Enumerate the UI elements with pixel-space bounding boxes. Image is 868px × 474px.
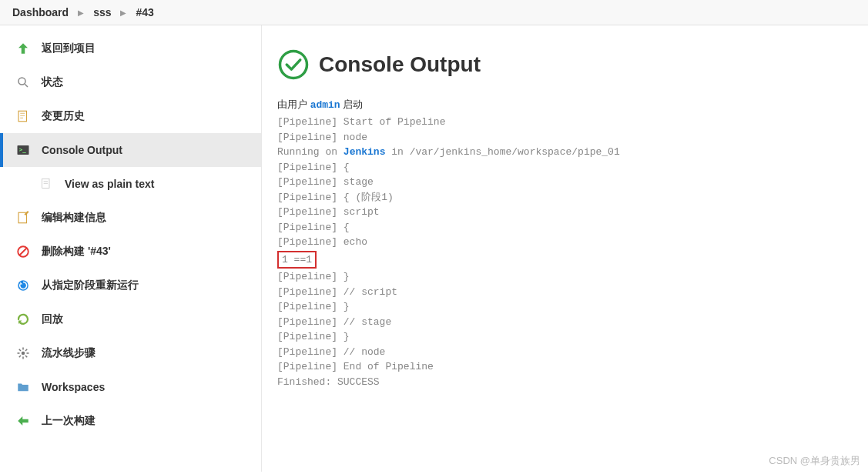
svg-point-15 [22,352,25,356]
success-icon [277,48,310,81]
breadcrumb-item[interactable]: Dashboard [12,6,69,18]
sidebar-item-label: 上一次构建 [42,414,96,428]
sidebar-item-label: Console Output [42,144,122,156]
sidebar-item-back[interactable]: 返回到项目 [0,32,261,65]
svg-line-20 [19,349,21,351]
sidebar-item-label: 变更历史 [42,109,85,123]
arrow-left-icon [15,413,31,429]
sidebar-item-prev[interactable]: 上一次构建 [0,404,261,438]
svg-text:>_: >_ [19,146,27,153]
sidebar-item-changes[interactable]: 变更历史 [0,99,261,133]
sidebar-item-replay[interactable]: 回放 [0,302,261,336]
forbidden-icon [15,244,31,259]
sidebar-item-label: 返回到项目 [42,42,96,55]
sidebar-item-edit[interactable]: 编辑构建信息 [0,201,261,235]
search-icon [15,75,31,90]
node-link[interactable]: Jenkins [344,146,386,158]
sidebar-item-label: 回放 [42,312,63,326]
watermark: CSDN @单身贵族男 [769,454,860,468]
svg-point-0 [18,78,25,85]
svg-line-1 [25,84,28,87]
main-content: Console Output 由用户 admin 启动 [Pipeline] S… [262,25,868,472]
svg-line-23 [25,349,27,351]
breadcrumb-item[interactable]: #43 [136,6,153,18]
sidebar-item-label: 流水线步骤 [42,346,96,360]
sidebar-item-workspaces[interactable]: Workspaces [0,370,261,404]
sidebar-item-label: View as plain text [65,178,154,190]
restart-icon [15,278,31,293]
started-by-line: 由用户 admin 启动 [277,98,853,112]
sidebar-item-status[interactable]: 状态 [0,65,261,99]
sidebar-item-label: 从指定阶段重新运行 [42,279,139,292]
document-icon [39,176,54,192]
sidebar-item-label: 编辑构建信息 [42,211,106,225]
sidebar-item-plaintext[interactable]: View as plain text [0,167,261,201]
highlighted-output: 1 ==1 [277,251,317,269]
edit-icon [15,210,31,225]
page-title: Console Output [277,48,853,81]
page-title-text: Console Output [319,52,481,77]
folder-icon [15,379,31,395]
sidebar-item-label: 删除构建 '#43' [42,245,111,259]
svg-line-21 [25,356,27,357]
replay-icon [15,312,31,327]
sidebar-item-console[interactable]: >_ Console Output [0,133,261,167]
sidebar-item-label: Workspaces [42,381,105,393]
breadcrumb: Dashboard ▶ sss ▶ #43 [0,0,868,25]
svg-point-24 [280,52,307,78]
svg-line-13 [20,249,27,255]
chevron-right-icon: ▶ [78,8,84,17]
svg-line-22 [19,356,21,357]
console-output: [Pipeline] Start of Pipeline [Pipeline] … [277,115,853,389]
breadcrumb-item[interactable]: sss [93,6,111,18]
sidebar-item-label: 状态 [42,75,63,89]
terminal-icon: >_ [15,142,31,158]
chevron-right-icon: ▶ [120,8,126,17]
sidebar-item-steps[interactable]: 流水线步骤 [0,336,261,370]
sidebar-item-restart[interactable]: 从指定阶段重新运行 [0,269,261,302]
user-link[interactable]: admin [310,99,340,111]
gear-icon [15,345,31,361]
notes-icon [15,108,31,124]
sidebar: 返回到项目 状态 变更历史 >_ Console Output View as … [0,25,262,472]
arrow-up-icon [15,41,31,56]
svg-rect-2 [18,111,27,122]
sidebar-item-delete[interactable]: 删除构建 '#43' [0,235,261,269]
